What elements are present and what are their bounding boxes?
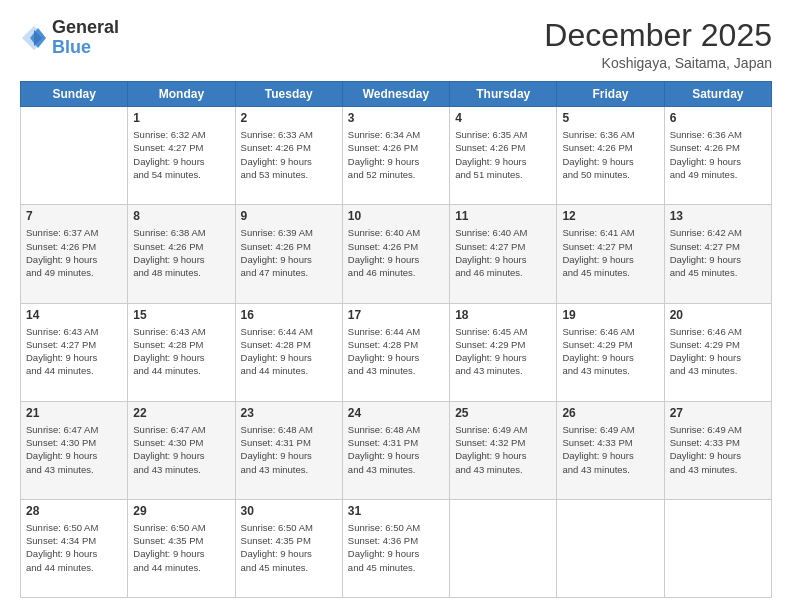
day-info: Sunrise: 6:46 AMSunset: 4:29 PMDaylight:…: [670, 325, 766, 378]
day-number: 30: [241, 504, 337, 518]
calendar-cell: 23Sunrise: 6:48 AMSunset: 4:31 PMDayligh…: [235, 401, 342, 499]
day-number: 26: [562, 406, 658, 420]
day-info: Sunrise: 6:41 AMSunset: 4:27 PMDaylight:…: [562, 226, 658, 279]
day-number: 19: [562, 308, 658, 322]
calendar-week-row: 7Sunrise: 6:37 AMSunset: 4:26 PMDaylight…: [21, 205, 772, 303]
day-number: 9: [241, 209, 337, 223]
calendar-cell: 10Sunrise: 6:40 AMSunset: 4:26 PMDayligh…: [342, 205, 449, 303]
day-number: 25: [455, 406, 551, 420]
day-number: 22: [133, 406, 229, 420]
calendar-cell: 9Sunrise: 6:39 AMSunset: 4:26 PMDaylight…: [235, 205, 342, 303]
day-info: Sunrise: 6:37 AMSunset: 4:26 PMDaylight:…: [26, 226, 122, 279]
day-number: 11: [455, 209, 551, 223]
day-info: Sunrise: 6:50 AMSunset: 4:36 PMDaylight:…: [348, 521, 444, 574]
day-info: Sunrise: 6:42 AMSunset: 4:27 PMDaylight:…: [670, 226, 766, 279]
day-info: Sunrise: 6:32 AMSunset: 4:27 PMDaylight:…: [133, 128, 229, 181]
calendar-cell: 1Sunrise: 6:32 AMSunset: 4:27 PMDaylight…: [128, 107, 235, 205]
day-info: Sunrise: 6:39 AMSunset: 4:26 PMDaylight:…: [241, 226, 337, 279]
calendar-week-row: 28Sunrise: 6:50 AMSunset: 4:34 PMDayligh…: [21, 499, 772, 597]
calendar-cell: 7Sunrise: 6:37 AMSunset: 4:26 PMDaylight…: [21, 205, 128, 303]
calendar-week-row: 1Sunrise: 6:32 AMSunset: 4:27 PMDaylight…: [21, 107, 772, 205]
day-number: 1: [133, 111, 229, 125]
day-number: 8: [133, 209, 229, 223]
calendar-cell: 22Sunrise: 6:47 AMSunset: 4:30 PMDayligh…: [128, 401, 235, 499]
calendar-cell: 15Sunrise: 6:43 AMSunset: 4:28 PMDayligh…: [128, 303, 235, 401]
calendar-cell: 28Sunrise: 6:50 AMSunset: 4:34 PMDayligh…: [21, 499, 128, 597]
day-info: Sunrise: 6:43 AMSunset: 4:28 PMDaylight:…: [133, 325, 229, 378]
day-number: 16: [241, 308, 337, 322]
header: General Blue December 2025 Koshigaya, Sa…: [20, 18, 772, 71]
day-info: Sunrise: 6:50 AMSunset: 4:35 PMDaylight:…: [133, 521, 229, 574]
day-number: 18: [455, 308, 551, 322]
calendar-cell: 18Sunrise: 6:45 AMSunset: 4:29 PMDayligh…: [450, 303, 557, 401]
calendar-cell: 21Sunrise: 6:47 AMSunset: 4:30 PMDayligh…: [21, 401, 128, 499]
logo: General Blue: [20, 18, 119, 58]
calendar-cell: 12Sunrise: 6:41 AMSunset: 4:27 PMDayligh…: [557, 205, 664, 303]
day-number: 14: [26, 308, 122, 322]
day-info: Sunrise: 6:40 AMSunset: 4:26 PMDaylight:…: [348, 226, 444, 279]
day-number: 27: [670, 406, 766, 420]
day-info: Sunrise: 6:48 AMSunset: 4:31 PMDaylight:…: [348, 423, 444, 476]
logo-blue: Blue: [52, 38, 119, 58]
day-header-wednesday: Wednesday: [342, 82, 449, 107]
day-header-friday: Friday: [557, 82, 664, 107]
calendar-cell: 30Sunrise: 6:50 AMSunset: 4:35 PMDayligh…: [235, 499, 342, 597]
day-number: 4: [455, 111, 551, 125]
day-info: Sunrise: 6:36 AMSunset: 4:26 PMDaylight:…: [562, 128, 658, 181]
calendar-cell: [21, 107, 128, 205]
day-number: 10: [348, 209, 444, 223]
day-number: 7: [26, 209, 122, 223]
location: Koshigaya, Saitama, Japan: [544, 55, 772, 71]
calendar-cell: 20Sunrise: 6:46 AMSunset: 4:29 PMDayligh…: [664, 303, 771, 401]
calendar-cell: 17Sunrise: 6:44 AMSunset: 4:28 PMDayligh…: [342, 303, 449, 401]
day-info: Sunrise: 6:46 AMSunset: 4:29 PMDaylight:…: [562, 325, 658, 378]
calendar-cell: 3Sunrise: 6:34 AMSunset: 4:26 PMDaylight…: [342, 107, 449, 205]
page: General Blue December 2025 Koshigaya, Sa…: [0, 0, 792, 612]
day-info: Sunrise: 6:38 AMSunset: 4:26 PMDaylight:…: [133, 226, 229, 279]
calendar-cell: 6Sunrise: 6:36 AMSunset: 4:26 PMDaylight…: [664, 107, 771, 205]
day-header-tuesday: Tuesday: [235, 82, 342, 107]
calendar-cell: 14Sunrise: 6:43 AMSunset: 4:27 PMDayligh…: [21, 303, 128, 401]
month-title: December 2025: [544, 18, 772, 53]
calendar-cell: 24Sunrise: 6:48 AMSunset: 4:31 PMDayligh…: [342, 401, 449, 499]
calendar-cell: [450, 499, 557, 597]
day-info: Sunrise: 6:48 AMSunset: 4:31 PMDaylight:…: [241, 423, 337, 476]
calendar-cell: 26Sunrise: 6:49 AMSunset: 4:33 PMDayligh…: [557, 401, 664, 499]
day-info: Sunrise: 6:49 AMSunset: 4:32 PMDaylight:…: [455, 423, 551, 476]
day-info: Sunrise: 6:50 AMSunset: 4:35 PMDaylight:…: [241, 521, 337, 574]
calendar-cell: 8Sunrise: 6:38 AMSunset: 4:26 PMDaylight…: [128, 205, 235, 303]
day-number: 13: [670, 209, 766, 223]
day-header-thursday: Thursday: [450, 82, 557, 107]
day-number: 23: [241, 406, 337, 420]
day-number: 24: [348, 406, 444, 420]
calendar-cell: 5Sunrise: 6:36 AMSunset: 4:26 PMDaylight…: [557, 107, 664, 205]
calendar-week-row: 14Sunrise: 6:43 AMSunset: 4:27 PMDayligh…: [21, 303, 772, 401]
calendar-header-row: SundayMondayTuesdayWednesdayThursdayFrid…: [21, 82, 772, 107]
logo-icon: [20, 24, 48, 52]
calendar-week-row: 21Sunrise: 6:47 AMSunset: 4:30 PMDayligh…: [21, 401, 772, 499]
calendar-cell: [557, 499, 664, 597]
day-number: 5: [562, 111, 658, 125]
logo-text: General Blue: [52, 18, 119, 58]
calendar-cell: 31Sunrise: 6:50 AMSunset: 4:36 PMDayligh…: [342, 499, 449, 597]
day-info: Sunrise: 6:34 AMSunset: 4:26 PMDaylight:…: [348, 128, 444, 181]
calendar-cell: 19Sunrise: 6:46 AMSunset: 4:29 PMDayligh…: [557, 303, 664, 401]
calendar-cell: 25Sunrise: 6:49 AMSunset: 4:32 PMDayligh…: [450, 401, 557, 499]
day-number: 28: [26, 504, 122, 518]
day-number: 17: [348, 308, 444, 322]
day-number: 6: [670, 111, 766, 125]
day-info: Sunrise: 6:40 AMSunset: 4:27 PMDaylight:…: [455, 226, 551, 279]
day-info: Sunrise: 6:36 AMSunset: 4:26 PMDaylight:…: [670, 128, 766, 181]
day-info: Sunrise: 6:44 AMSunset: 4:28 PMDaylight:…: [348, 325, 444, 378]
logo-general: General: [52, 18, 119, 38]
day-header-saturday: Saturday: [664, 82, 771, 107]
title-section: December 2025 Koshigaya, Saitama, Japan: [544, 18, 772, 71]
calendar-cell: [664, 499, 771, 597]
day-number: 2: [241, 111, 337, 125]
day-number: 12: [562, 209, 658, 223]
day-number: 31: [348, 504, 444, 518]
day-number: 15: [133, 308, 229, 322]
calendar-cell: 16Sunrise: 6:44 AMSunset: 4:28 PMDayligh…: [235, 303, 342, 401]
calendar-cell: 13Sunrise: 6:42 AMSunset: 4:27 PMDayligh…: [664, 205, 771, 303]
calendar-cell: 2Sunrise: 6:33 AMSunset: 4:26 PMDaylight…: [235, 107, 342, 205]
